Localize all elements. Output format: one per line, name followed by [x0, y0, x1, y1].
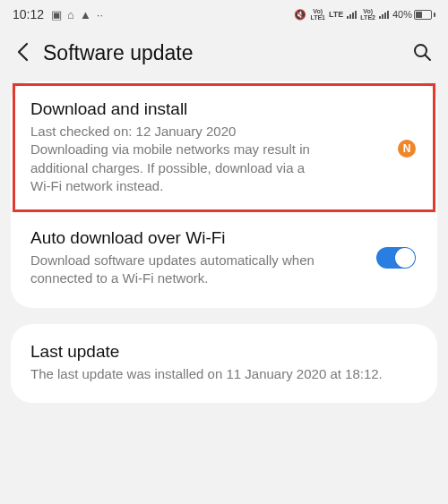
sim1-net: LTE	[329, 10, 343, 19]
download-install-title: Download and install	[30, 99, 418, 119]
download-install-desc: Last checked on: 12 January 2020 Downloa…	[30, 123, 326, 195]
battery-indicator: 40%	[392, 9, 435, 20]
image-icon: ▣	[51, 8, 62, 21]
page-title: Software update	[43, 41, 398, 65]
warning-icon: ▲	[80, 8, 91, 21]
sim2-indicator: Vo) LTE2	[360, 8, 375, 21]
status-time: 10:12	[13, 7, 44, 21]
signal2-icon	[379, 10, 389, 19]
settings-card-1: Download and install Last checked on: 12…	[11, 81, 437, 308]
settings-card-2: Last update The last update was installe…	[11, 324, 437, 403]
back-button[interactable]	[16, 42, 29, 65]
signal1-icon	[347, 10, 357, 19]
download-install-item[interactable]: Download and install Last checked on: 12…	[11, 85, 437, 211]
sim1-indicator: Vo) LTE1	[310, 8, 325, 21]
cast-icon: ⌂	[67, 8, 74, 21]
auto-download-item[interactable]: Auto download over Wi-Fi Download softwa…	[11, 211, 437, 304]
auto-download-desc: Download software updates automatically …	[30, 252, 326, 288]
auto-download-toggle[interactable]	[376, 247, 416, 269]
auto-download-title: Auto download over Wi-Fi	[30, 228, 418, 248]
more-icon: ··	[97, 8, 103, 21]
notification-badge: N	[398, 140, 416, 158]
svg-line-1	[426, 55, 431, 60]
search-icon	[412, 42, 432, 62]
status-bar: 10:12 ▣ ⌂ ▲ ·· 🔇 Vo) LTE1 LTE Vo) LTE2 4…	[0, 0, 448, 29]
app-bar: Software update	[0, 29, 448, 81]
last-update-desc: The last update was installed on 11 Janu…	[30, 365, 407, 383]
chevron-left-icon	[16, 42, 29, 62]
search-button[interactable]	[412, 42, 432, 65]
last-update-item[interactable]: Last update The last update was installe…	[11, 328, 437, 399]
last-update-title: Last update	[30, 342, 418, 362]
mute-icon: 🔇	[294, 9, 306, 21]
